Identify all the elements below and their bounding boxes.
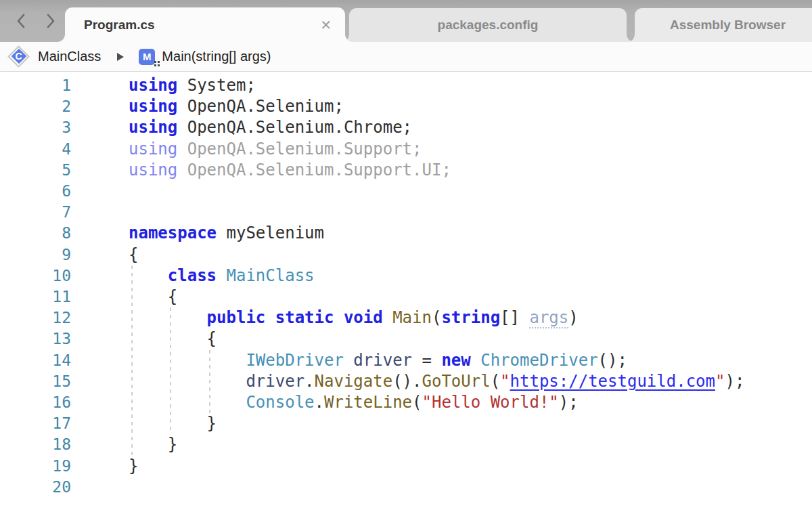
code-line[interactable]: 16 Console.WriteLine("Hello World!"); xyxy=(0,392,812,413)
class-icon: C xyxy=(7,45,31,69)
code-line[interactable]: 19} xyxy=(0,456,812,477)
code-line[interactable]: 20 xyxy=(0,477,812,498)
breadcrumb-method-item[interactable]: Main(string[] args) xyxy=(162,49,271,64)
code-line[interactable]: 2using OpenQA.Selenium; xyxy=(0,96,812,117)
code-line[interactable]: 15 driver.Navigate().GoToUrl("https://te… xyxy=(0,371,812,392)
line-number[interactable]: 13 xyxy=(0,328,71,349)
code-line-content: { xyxy=(71,286,177,307)
code-token: IWebDriver xyxy=(246,351,344,370)
code-token: ChromeDriver xyxy=(480,351,597,370)
breadcrumb-separator-icon xyxy=(117,53,124,61)
tab-title: packages.config xyxy=(438,18,539,33)
code-line-content: } xyxy=(71,434,177,455)
chevron-right-icon xyxy=(45,13,56,29)
code-token: System; xyxy=(177,76,256,95)
code-token: using xyxy=(129,161,177,179)
code-token: { xyxy=(129,287,177,306)
code-token: using xyxy=(129,118,177,137)
code-line[interactable]: 12 public static void Main(string[] args… xyxy=(0,307,812,328)
line-number[interactable]: 3 xyxy=(0,117,71,138)
line-number[interactable]: 15 xyxy=(0,371,71,392)
nav-back-button[interactable] xyxy=(14,12,28,30)
code-token: { xyxy=(129,329,217,348)
line-number[interactable]: 9 xyxy=(0,244,71,265)
code-line-content: Console.WriteLine("Hello World!"); xyxy=(71,392,579,413)
code-line-content: public static void Main(string[] args) xyxy=(71,307,579,328)
code-line-content: using OpenQA.Selenium.Support.UI; xyxy=(71,160,451,181)
code-line-content: using OpenQA.Selenium.Support; xyxy=(71,139,422,160)
code-line[interactable]: 7 xyxy=(0,202,812,223)
code-token xyxy=(129,393,246,412)
code-token: } xyxy=(129,414,217,433)
line-number[interactable]: 18 xyxy=(0,434,71,455)
code-line-content: using OpenQA.Selenium; xyxy=(71,96,344,117)
line-number[interactable]: 10 xyxy=(0,265,71,286)
chevron-left-icon xyxy=(16,13,26,29)
code-token: Main xyxy=(392,308,432,327)
tab-packages-config[interactable]: packages.config xyxy=(349,8,627,42)
indent-guide xyxy=(131,265,133,456)
line-number[interactable]: 11 xyxy=(0,286,71,307)
code-line-content: } xyxy=(71,456,138,477)
code-line[interactable]: 4using OpenQA.Selenium.Support; xyxy=(0,139,812,160)
code-line[interactable]: 18 } xyxy=(0,434,812,455)
code-line[interactable]: 10 class MainClass xyxy=(0,265,812,286)
code-line[interactable]: 3using OpenQA.Selenium.Chrome; xyxy=(0,117,812,138)
code-token: OpenQA.Selenium.Chrome; xyxy=(177,118,412,137)
code-token xyxy=(129,351,246,370)
code-editor[interactable]: 1using System;2using OpenQA.Selenium;3us… xyxy=(0,72,812,511)
tab-assembly-browser[interactable]: Assembly Browser xyxy=(635,8,812,42)
code-token: (); xyxy=(598,351,627,370)
code-line[interactable]: 5using OpenQA.Selenium.Support.UI; xyxy=(0,160,812,181)
code-line[interactable]: 9{ xyxy=(0,244,812,265)
url-link[interactable]: https://testguild.com xyxy=(510,372,715,391)
close-icon[interactable]: ✕ xyxy=(320,18,332,32)
breadcrumb-class-item[interactable]: MainClass xyxy=(38,49,101,64)
code-token: ( xyxy=(412,393,422,412)
code-token: = xyxy=(412,351,441,370)
line-number[interactable]: 19 xyxy=(0,456,71,477)
line-number[interactable]: 16 xyxy=(0,392,71,413)
code-line-content: driver.Navigate().GoToUrl("https://testg… xyxy=(71,371,744,392)
code-line[interactable]: 17 } xyxy=(0,413,812,434)
line-number[interactable]: 7 xyxy=(0,202,71,223)
code-line[interactable]: 6 xyxy=(0,181,812,202)
code-line-content: class MainClass xyxy=(71,265,315,286)
line-number[interactable]: 8 xyxy=(0,223,71,244)
code-token: GoToUrl xyxy=(422,372,491,391)
code-line[interactable]: 13 { xyxy=(0,328,812,349)
code-token: { xyxy=(129,245,138,264)
line-number[interactable]: 20 xyxy=(0,477,71,498)
code-line-content: { xyxy=(71,328,217,349)
code-line-content: { xyxy=(71,244,138,265)
line-number[interactable]: 5 xyxy=(0,160,71,181)
code-token: " xyxy=(715,372,725,391)
line-number[interactable]: 12 xyxy=(0,307,71,328)
code-token xyxy=(334,308,343,327)
tab-program-cs[interactable]: Program.cs ✕ xyxy=(65,7,345,42)
code-line[interactable]: 8namespace mySelenium xyxy=(0,223,812,244)
code-line[interactable]: 14 IWebDriver driver = new ChromeDriver(… xyxy=(0,350,812,371)
code-token: driver xyxy=(353,351,412,370)
code-token: public xyxy=(207,308,266,327)
code-token xyxy=(265,308,275,327)
code-token: void xyxy=(344,308,383,327)
code-line[interactable]: 11 { xyxy=(0,286,812,307)
code-line[interactable]: 1using System; xyxy=(0,75,812,96)
line-number[interactable]: 4 xyxy=(0,139,71,160)
code-token: class xyxy=(168,266,217,285)
tab-bar: Program.cs ✕ packages.config Assembly Br… xyxy=(0,0,812,42)
class-icon-letter: C xyxy=(7,45,30,68)
line-number[interactable]: 6 xyxy=(0,181,71,202)
line-number[interactable]: 14 xyxy=(0,350,71,371)
tab-title: Program.cs xyxy=(84,18,312,33)
code-token xyxy=(129,308,207,327)
line-number[interactable]: 1 xyxy=(0,75,71,96)
code-token: } xyxy=(129,435,177,454)
line-number[interactable]: 2 xyxy=(0,96,71,117)
nav-forward-button[interactable] xyxy=(43,12,58,30)
code-line-content xyxy=(71,477,129,498)
line-number[interactable]: 17 xyxy=(0,413,71,434)
code-token xyxy=(471,351,480,370)
code-token: WriteLine xyxy=(324,393,412,412)
